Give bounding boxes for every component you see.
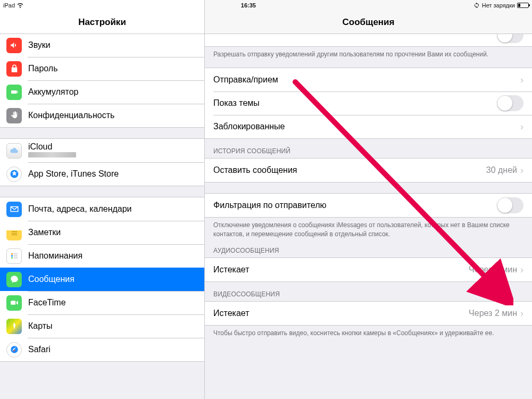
filter-footer: Отключение уведомления о сообщениях iMes… xyxy=(205,218,532,239)
sidebar-item-label: FaceTime xyxy=(28,298,66,307)
notes-icon xyxy=(6,225,22,240)
sidebar-item-label: iCloud xyxy=(28,142,76,152)
facetime-icon xyxy=(6,295,22,311)
read-receipts-group xyxy=(205,34,532,47)
sidebar-item-sounds[interactable]: Звуки xyxy=(0,34,204,57)
chevron-right-icon: › xyxy=(520,75,523,85)
sidebar-item-notes[interactable]: Заметки xyxy=(0,221,204,244)
icloud-account-sub xyxy=(28,152,76,159)
filter-unknown-cell[interactable]: Фильтрация по отправителю xyxy=(205,194,532,217)
chevron-right-icon: › xyxy=(520,309,523,318)
audio-expire-cell[interactable]: Истекает Через 2 мин › xyxy=(205,258,532,281)
cell-label: Истекает xyxy=(213,265,469,275)
chevron-right-icon: › xyxy=(520,122,523,131)
sidebar-item-label: Почта, адреса, календари xyxy=(28,204,132,214)
messages-icon xyxy=(6,272,22,287)
video-group: Истекает Через 2 мин › xyxy=(205,301,532,326)
svg-rect-4 xyxy=(11,301,15,305)
chevron-right-icon: › xyxy=(520,165,523,175)
charge-status: Нет зарядки xyxy=(482,2,515,9)
mail-icon xyxy=(6,202,22,217)
sidebar-item-mail[interactable]: Почта, адреса, календари xyxy=(0,197,204,221)
cell-label: Фильтрация по отправителю xyxy=(213,201,497,210)
video-footer: Чтобы быстро отправить видео, коснитесь … xyxy=(205,326,532,338)
history-group: Оставить сообщения 30 дней › xyxy=(205,158,532,182)
sync-icon xyxy=(473,2,480,9)
sidebar-group-general: Звуки Пароль Аккумулятор Конфиденциально… xyxy=(0,34,204,128)
detail-pane: Сообщения Разрешать отправку уведомлений… xyxy=(205,0,532,399)
blocked-cell[interactable]: Заблокированные › xyxy=(205,115,532,138)
audio-header: АУДИОСООБЩЕНИЯ xyxy=(205,238,532,257)
keep-messages-cell[interactable]: Оставить сообщения 30 дней › xyxy=(205,159,532,182)
sidebar-item-icloud[interactable]: iCloud xyxy=(0,139,204,162)
sidebar-item-label: Заметки xyxy=(28,228,61,237)
sidebar-item-label: Звуки xyxy=(28,40,51,50)
sidebar-item-safari[interactable]: Safari xyxy=(0,338,204,361)
sidebar-item-appstore[interactable]: App Store, iTunes Store xyxy=(0,162,204,186)
icloud-icon xyxy=(6,143,22,159)
filter-group: Фильтрация по отправителю xyxy=(205,193,532,218)
cell-label: Истекает xyxy=(213,309,469,318)
cell-label: Заблокированные xyxy=(213,122,520,131)
status-bar: iPad 16:35 Нет зарядки xyxy=(0,0,532,11)
cell-label: Оставить сообщения xyxy=(213,165,486,175)
svg-point-1 xyxy=(11,253,13,255)
send-receive-cell[interactable]: Отправка/прием › xyxy=(205,68,532,92)
sidebar-item-label: Карты xyxy=(28,321,53,331)
sidebar-item-label: Пароль xyxy=(28,64,58,73)
sidebar-item-battery[interactable]: Аккумулятор xyxy=(0,80,204,104)
svg-point-3 xyxy=(11,257,13,259)
sidebar-item-label: Сообщения xyxy=(28,275,74,284)
sidebar-item-messages[interactable]: Сообщения xyxy=(0,268,204,291)
battery-icon xyxy=(6,85,22,100)
sidebar-scroll[interactable]: Звуки Пароль Аккумулятор Конфиденциально… xyxy=(0,34,204,399)
sidebar-item-privacy[interactable]: Конфиденциальность xyxy=(0,104,204,127)
appstore-icon xyxy=(6,167,22,182)
detail-scroll[interactable]: Разрешать отправку уведомлений другим по… xyxy=(205,34,532,399)
chevron-right-icon: › xyxy=(520,265,523,275)
messages-options-group: Отправка/прием › Показ темы Заблокирован… xyxy=(205,68,532,139)
read-receipts-switch[interactable] xyxy=(497,34,523,43)
sidebar-item-reminders[interactable]: Напоминания xyxy=(0,244,204,268)
clock: 16:35 xyxy=(23,2,473,9)
sidebar-item-label: App Store, iTunes Store xyxy=(28,169,119,179)
sidebar-group-apps: Почта, адреса, календари Заметки Напомин… xyxy=(0,197,204,362)
speaker-icon xyxy=(6,38,22,53)
settings-sidebar: Настройки Звуки Пароль Аккумулятор xyxy=(0,0,205,399)
lock-icon xyxy=(6,61,22,77)
show-subject-switch[interactable] xyxy=(497,95,523,111)
maps-icon xyxy=(6,319,22,334)
filter-switch[interactable] xyxy=(497,197,523,213)
device-label: iPad xyxy=(3,2,15,9)
reminders-icon xyxy=(6,248,22,264)
sidebar-item-label: Safari xyxy=(28,345,51,354)
sidebar-group-accounts: iCloud App Store, iTunes Store xyxy=(0,138,204,186)
sidebar-item-passcode[interactable]: Пароль xyxy=(0,57,204,80)
read-receipts-cell[interactable] xyxy=(205,34,532,47)
read-receipts-footer: Разрешать отправку уведомлений другим по… xyxy=(205,47,532,59)
cell-value: Через 2 мин xyxy=(469,309,517,318)
cell-value: 30 дней xyxy=(486,165,517,175)
sidebar-item-maps[interactable]: Карты xyxy=(0,314,204,338)
wifi-icon xyxy=(17,2,23,9)
video-expire-cell[interactable]: Истекает Через 2 мин › xyxy=(205,302,532,325)
show-subject-cell[interactable]: Показ темы xyxy=(205,92,532,115)
audio-group: Истекает Через 2 мин › xyxy=(205,257,532,282)
sidebar-item-facetime[interactable]: FaceTime xyxy=(0,291,204,314)
sidebar-item-label: Аккумулятор xyxy=(28,87,78,97)
cell-label: Отправка/прием xyxy=(213,75,520,85)
history-header: ИСТОРИЯ СООБЩЕНИЙ xyxy=(205,139,532,158)
cell-value: Через 2 мин xyxy=(469,265,517,275)
battery-icon xyxy=(517,3,529,8)
video-header: ВИДЕОСООБЩЕНИЯ xyxy=(205,282,532,301)
sidebar-item-label: Напоминания xyxy=(28,251,82,261)
hand-icon xyxy=(6,108,22,123)
svg-point-2 xyxy=(11,255,13,257)
safari-icon xyxy=(6,342,22,358)
cell-label: Показ темы xyxy=(213,98,497,108)
sidebar-item-label: Конфиденциальность xyxy=(28,111,114,120)
